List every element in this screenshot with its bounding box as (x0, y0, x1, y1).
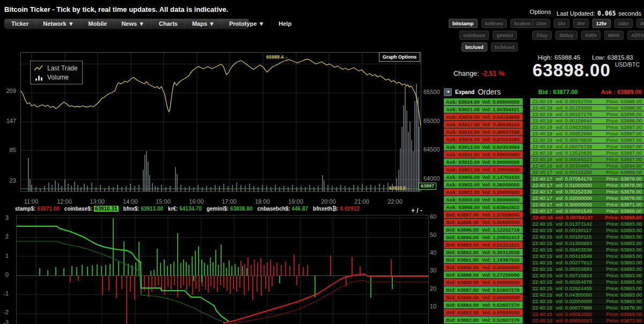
trade-row: 22:40:15vol: 0.00277913Price: 63883.00 (530, 260, 644, 265)
exchange-buttons-row1: bitstampbitfinexkraken (449, 19, 535, 28)
trade-row: 22:40:15vol: 0.00716824Price: 63883.00 (530, 272, 644, 278)
exchange-button-bitfinex[interactable]: bitfinex (481, 19, 507, 28)
options-link[interactable]: Options (530, 9, 551, 15)
order-volume: Vol: 0.80000000 (482, 151, 519, 158)
trade-row: 22:40:15vol: 0.04300000Price: 63883.00 (530, 292, 644, 298)
ticker-coinbase: coinbase$: 63910.31 (64, 206, 119, 212)
trade-price: Price: 63897.00 (606, 143, 642, 149)
bid-label: Bid : (538, 89, 551, 95)
exchange-button-gemini[interactable]: gemini (493, 31, 517, 40)
high-annotation: 65988.4→ (266, 54, 289, 60)
main-y-left-tick: 85 (2, 147, 16, 153)
graph-options-button[interactable]: Graph Options (379, 52, 420, 62)
collapse-arrow-icon[interactable]: ◄ (444, 88, 452, 96)
bid-value: 63877.00 (553, 89, 578, 95)
trade-volume: vol: 0.07054179 (555, 176, 606, 182)
order-volume: Vol: 0.30313028 (482, 249, 519, 256)
trade-volume: vol: 0.00333693 (555, 266, 606, 272)
trade-time: 22:40:19 (532, 105, 555, 111)
bid-row: Bid: 63892.00Vol: 0.30313028 (444, 249, 523, 256)
timeframe-button-AllTime[interactable]: AllTime (627, 31, 644, 40)
premium-difference-chart[interactable] (16, 215, 429, 324)
trade-volume: vol: 0.01373142 (555, 221, 606, 227)
timeframe-button-3Mth[interactable]: 3Mth (581, 31, 601, 40)
trade-row: 22:40:15vol: 0.00190117Price: 63883.00 (530, 227, 644, 233)
volume-bars-icon (34, 74, 43, 81)
ask-row: Ask: 63901.00Vol: 0.20000000 (444, 189, 523, 196)
expand-button[interactable]: Expand (455, 89, 474, 95)
timeframe-button-1hr[interactable]: 1hr (554, 19, 569, 28)
timeframe-button-24hr[interactable]: 24hr (614, 19, 633, 28)
order-price: Bid: 63887.00 (446, 286, 482, 293)
trade-price: Price: 63897.00 (606, 156, 642, 162)
trade-time: 22:40:15 (532, 285, 555, 291)
trade-price: Price: 63897.00 (606, 137, 642, 143)
menu-item-ticker[interactable]: Ticker (4, 19, 35, 29)
ask-row: Ask: 63907.00Vol: 0.20000000 (444, 166, 523, 173)
timeframe-button-12hr[interactable]: 12hr (592, 19, 611, 28)
timeframe-button-30day[interactable]: 30day (555, 31, 577, 40)
exchange-button-coinbase[interactable]: coinbase (459, 31, 489, 40)
order-price: Ask: 63915.00 (446, 136, 482, 143)
legend-last-trade[interactable]: Last Trade (34, 63, 78, 73)
main-price-chart[interactable]: Last Trade Volume Graph Options 65988.4→… (20, 52, 421, 192)
timeframe-button-3hr[interactable]: 3hr (573, 19, 589, 28)
zoom-plus-minus-control[interactable]: + / - (411, 207, 422, 214)
trade-time: 22:40:17 (532, 201, 555, 207)
menu-item-maps[interactable]: Maps ▼ (185, 19, 222, 29)
trade-price: Price: 63883.00 (606, 285, 642, 291)
order-volume: Vol: 0.52607270 (482, 286, 519, 293)
menu-item-mobile[interactable]: Mobile (81, 19, 114, 29)
trade-volume: vol: 0.00062065 (555, 311, 606, 317)
menu-item-help[interactable]: Help (271, 19, 298, 29)
trade-price: Price: 63897.00 (606, 124, 642, 130)
bid-row: Bid: 63894.00Vol: 1.20852413 (444, 234, 523, 241)
menu-item-news[interactable]: News ▼ (114, 19, 151, 29)
menu-item-prototype[interactable]: Prototype ▼ (222, 19, 271, 29)
order-volume: Vol: 0.20000000 (482, 189, 519, 196)
trade-volume: vol: 0.01000000 (555, 182, 606, 188)
ask-row: Ask: 63924.00Vol: 0.00000000 (444, 98, 523, 105)
trade-volume: vol: 0.02924455 (555, 285, 606, 291)
trade-volume: vol: 0.00252339 (555, 189, 606, 195)
trade-volume: vol: 0.00264678 (555, 279, 606, 285)
order-price: Bid: 63893.00 (446, 241, 482, 248)
timeframe-button-3day[interactable]: 3day (636, 19, 644, 28)
ask-row: Ask: 63916.00Vol: 0.46937298 (444, 128, 523, 135)
change-value: -2.51 % (481, 70, 504, 77)
trade-volume: vol: 0.00190117 (555, 227, 606, 233)
trade-history-list: 22:40:19vol: 0.00152704Price: 63898.0022… (530, 98, 644, 324)
pair-button-bchusd[interactable]: bch/usd (491, 42, 518, 52)
timeframe-button-7day[interactable]: 7day (532, 31, 552, 40)
trade-price: Price: 63883.00 (606, 298, 642, 304)
last-updated-unit: seconds (618, 10, 641, 17)
exchange-button-kraken[interactable]: kraken (510, 19, 535, 28)
order-volume: Vol: 1.50354321 (482, 106, 519, 113)
trade-row: 22:40:17vol: 0.00155250Price: 63889.00 (530, 169, 644, 175)
trade-volume: vol: 0.04833866 (555, 124, 606, 130)
order-volume: Vol: 1.18387920 (482, 256, 519, 263)
trade-row: 22:40:15vol: 0.00077888Price: 63878.00 (530, 305, 644, 311)
timeframe-button-6Mth[interactable]: 6Mth (604, 31, 624, 40)
timeframe-buttons-row1: 10m1hr3hr12hr24hr3day (532, 19, 644, 28)
order-volume: Vol: 1.20852413 (482, 234, 519, 241)
order-price: Ask: 63910.00 (446, 159, 482, 165)
main-x-tick: 15:00 (152, 198, 174, 205)
trade-row: 22:40:15vol: 0.02924455Price: 63883.00 (530, 285, 644, 291)
ask-row: Ask: 63919.00Vol: 0.54184858 (444, 113, 523, 120)
timeframe-button-10m[interactable]: 10m (532, 19, 550, 28)
order-price: Ask: 63898.00 (446, 204, 482, 211)
trade-time: 22:40:19 (532, 98, 555, 104)
menu-item-charts[interactable]: Charts (151, 19, 185, 29)
pair-button-btcusd[interactable]: btc/usd (462, 42, 487, 52)
menu-item-network[interactable]: Network ▼ (35, 19, 80, 29)
legend-volume[interactable]: Volume (34, 73, 78, 82)
main-x-tick: 17:00 (218, 198, 240, 205)
order-price: Bid: 63897.00 (446, 211, 482, 218)
chart-legend: Last Trade Volume (30, 61, 83, 84)
trade-volume: vol: 0.06076739 (555, 143, 606, 149)
order-volume: Vol: 0.00000000 (482, 279, 519, 286)
exchange-button-bitstamp[interactable]: bitstamp (449, 19, 478, 28)
trade-row: 22:40:15vol: 0.00062065Price: 63869.00 (530, 311, 644, 317)
bottom-y-right-tick: 60 (430, 213, 440, 220)
